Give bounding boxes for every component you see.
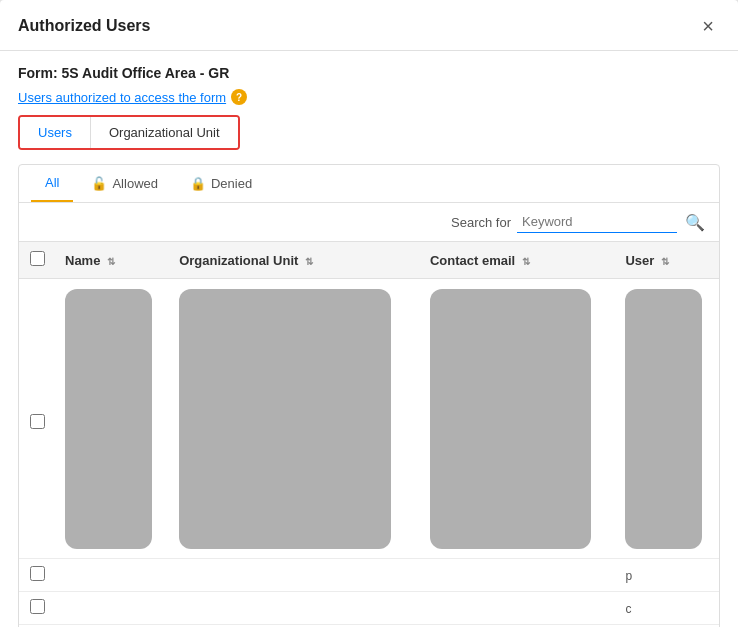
sort-user-icon[interactable]: ⇅ (661, 256, 669, 267)
header-user: User ⇅ (615, 242, 719, 279)
org-blurred (179, 289, 391, 549)
table-wrapper: Name ⇅ Organizational Unit ⇅ Contact ema… (19, 242, 719, 627)
close-button[interactable]: × (696, 14, 720, 38)
header-org-unit: Organizational Unit ⇅ (169, 242, 420, 279)
panel: All 🔓 Allowed 🔒 Denied Search for 🔍 (18, 164, 720, 627)
modal-title: Authorized Users (18, 17, 150, 35)
sort-name-icon[interactable]: ⇅ (107, 256, 115, 267)
search-bar: Search for 🔍 (19, 203, 719, 242)
row-user-cell: c (615, 592, 719, 625)
modal-body: Form: 5S Audit Office Area - GR Users au… (0, 51, 738, 627)
search-icon: 🔍 (685, 214, 705, 231)
table-row: p (19, 559, 719, 592)
row-name-cell (55, 592, 169, 625)
email-blurred (430, 289, 591, 549)
filter-tab-allowed-label: Allowed (112, 176, 158, 191)
filter-tab-denied-label: Denied (211, 176, 252, 191)
row-org-cell (169, 559, 420, 592)
row-name-cell (55, 559, 169, 592)
user-text: c (625, 602, 631, 616)
row-checkbox[interactable] (30, 414, 45, 429)
filter-tabs: All 🔓 Allowed 🔒 Denied (19, 165, 719, 203)
row-email-cell (420, 279, 615, 559)
name-blurred (65, 289, 152, 549)
users-table: Name ⇅ Organizational Unit ⇅ Contact ema… (19, 242, 719, 627)
row-checkbox-cell (19, 592, 55, 625)
filter-tab-all[interactable]: All (31, 165, 73, 202)
row-org-cell (169, 592, 420, 625)
tab-users[interactable]: Users (20, 117, 91, 148)
table-row (19, 279, 719, 559)
search-input[interactable] (517, 211, 677, 233)
row-email-cell (420, 559, 615, 592)
auth-info-row: Users authorized to access the form ? (18, 89, 720, 105)
row-checkbox[interactable] (30, 599, 45, 614)
help-icon[interactable]: ? (231, 89, 247, 105)
row-checkbox-cell (19, 559, 55, 592)
row-name-cell (55, 279, 169, 559)
unlock-icon: 🔓 (91, 176, 107, 191)
lock-icon: 🔒 (190, 176, 206, 191)
sort-org-icon[interactable]: ⇅ (305, 256, 313, 267)
table-header-row: Name ⇅ Organizational Unit ⇅ Contact ema… (19, 242, 719, 279)
tab-organizational-unit[interactable]: Organizational Unit (91, 117, 238, 148)
row-checkbox-cell (19, 279, 55, 559)
row-email-cell (420, 592, 615, 625)
row-checkbox[interactable] (30, 566, 45, 581)
sort-email-icon[interactable]: ⇅ (522, 256, 530, 267)
search-label: Search for (451, 215, 511, 230)
table-row: c (19, 592, 719, 625)
row-org-cell (169, 279, 420, 559)
main-tabs: Users Organizational Unit (18, 115, 240, 150)
auth-info-text[interactable]: Users authorized to access the form (18, 90, 226, 105)
select-all-checkbox[interactable] (30, 251, 45, 266)
filter-tab-allowed[interactable]: 🔓 Allowed (77, 166, 172, 201)
form-label: Form: 5S Audit Office Area - GR (18, 65, 720, 81)
row-user-cell: p (615, 559, 719, 592)
filter-tab-all-label: All (45, 175, 59, 190)
search-button[interactable]: 🔍 (683, 213, 707, 232)
user-blurred (625, 289, 702, 549)
modal-header: Authorized Users × (0, 0, 738, 51)
modal: Authorized Users × Form: 5S Audit Office… (0, 0, 738, 627)
header-checkbox-col (19, 242, 55, 279)
filter-tab-denied[interactable]: 🔒 Denied (176, 166, 266, 201)
header-contact-email: Contact email ⇅ (420, 242, 615, 279)
header-name: Name ⇅ (55, 242, 169, 279)
user-text: p (625, 569, 632, 583)
row-user-cell (615, 279, 719, 559)
